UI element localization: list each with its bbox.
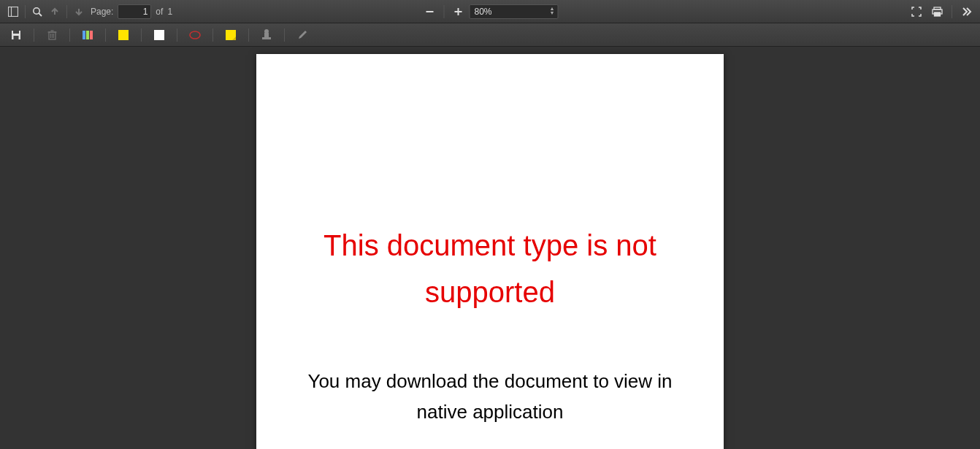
- highlight-white-icon[interactable]: [150, 26, 168, 44]
- error-message: This document type is not supported: [286, 222, 694, 315]
- stamp-icon[interactable]: [258, 26, 275, 44]
- svg-rect-19: [83, 31, 85, 39]
- prev-page-icon[interactable]: [46, 3, 64, 20]
- page-label: Page:: [91, 7, 113, 17]
- dropdown-arrows-icon: ▲▼: [550, 7, 555, 15]
- highlight-multi-icon[interactable]: [79, 26, 96, 44]
- page-total: 1: [167, 7, 172, 17]
- zoom-in-button[interactable]: [451, 4, 467, 19]
- more-tools-icon[interactable]: [958, 3, 976, 20]
- page-of-label: of: [156, 7, 163, 17]
- svg-point-2: [34, 7, 39, 13]
- svg-point-22: [190, 31, 200, 39]
- zoom-value: 80%: [475, 7, 492, 17]
- separator: [248, 28, 249, 42]
- separator: [34, 28, 34, 42]
- svg-rect-11: [13, 31, 19, 34]
- zoom-group: 80% ▲▼: [422, 4, 559, 19]
- ellipse-annotation-icon[interactable]: [186, 26, 204, 44]
- search-icon[interactable]: [28, 3, 46, 20]
- svg-point-26: [264, 29, 269, 34]
- separator: [213, 28, 213, 42]
- zoom-level-select[interactable]: 80% ▲▼: [470, 4, 559, 19]
- separator: [141, 28, 142, 42]
- highlight-yellow-icon[interactable]: [115, 26, 132, 44]
- fullscreen-icon[interactable]: [908, 3, 925, 20]
- separator: [66, 5, 67, 18]
- zoom-out-button[interactable]: [422, 4, 438, 19]
- separator: [284, 28, 285, 42]
- separator: [25, 5, 26, 18]
- sidebar-toggle-icon[interactable]: [4, 3, 22, 20]
- svg-rect-9: [934, 12, 940, 16]
- viewer-scroll[interactable]: This document type is not supported You …: [0, 47, 980, 449]
- svg-rect-21: [90, 31, 93, 39]
- document-page: This document type is not supported You …: [256, 54, 724, 449]
- page-nav-group: Page: of 1: [91, 4, 172, 19]
- svg-rect-12: [14, 36, 19, 39]
- viewer-area: This document type is not supported You …: [0, 47, 980, 449]
- separator: [444, 5, 445, 18]
- next-page-icon[interactable]: [70, 3, 88, 20]
- separator: [952, 5, 952, 18]
- sticky-note-icon[interactable]: [222, 26, 240, 44]
- toolbar-right-group: [908, 3, 976, 20]
- svg-rect-0: [9, 7, 18, 16]
- svg-rect-20: [86, 31, 89, 39]
- separator: [105, 28, 106, 42]
- print-icon[interactable]: [928, 3, 946, 20]
- separator: [177, 28, 177, 42]
- error-subtext: You may download the document to view in…: [286, 367, 694, 427]
- svg-line-3: [39, 13, 42, 16]
- main-toolbar: Page: of 1 80% ▲▼: [0, 0, 980, 23]
- svg-rect-24: [262, 37, 271, 39]
- separator: [69, 28, 70, 42]
- pencil-icon[interactable]: [294, 26, 311, 44]
- page-number-input[interactable]: [118, 4, 151, 19]
- save-icon[interactable]: [7, 26, 25, 44]
- delete-icon[interactable]: [43, 26, 61, 44]
- annotation-toolbar: [0, 23, 980, 47]
